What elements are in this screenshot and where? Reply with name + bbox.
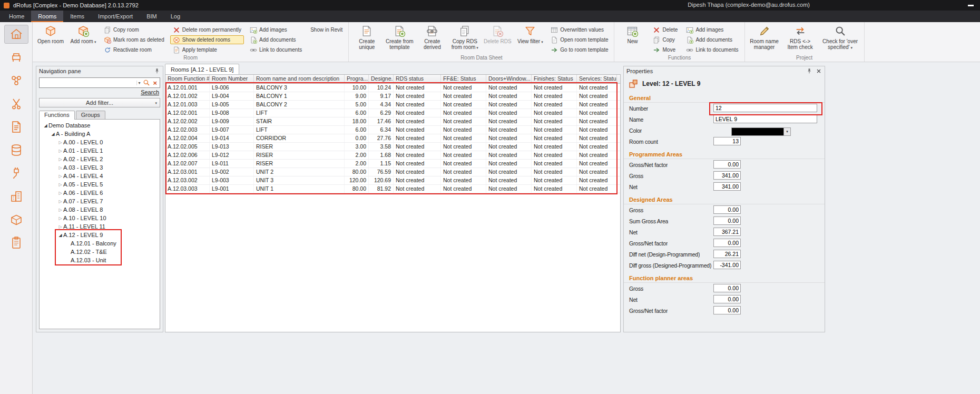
search-history-caret[interactable]: ▾ (136, 81, 141, 85)
link-to-documents-button[interactable]: Link to documents (247, 45, 305, 54)
nav-tab-groups[interactable]: Groups (76, 111, 105, 120)
room-row-a-12-03-001[interactable]: A.12.03.001L9-002UNIT 280.0076.59Not cre… (165, 168, 620, 176)
tree-collapsed-icon[interactable]: ▷ (57, 149, 63, 153)
tree-item-a-07-level-7[interactable]: ▷A.07 - LEVEL 7 (40, 197, 160, 205)
tree-collapsed-icon[interactable]: ▷ (57, 199, 63, 204)
room-name-manager-button[interactable]: Room name manager (748, 24, 781, 52)
menu-tab-rooms[interactable]: Rooms (31, 11, 63, 22)
room-row-a-12-01-001[interactable]: A.12.01.001L9-006BALCONY 310.0010.24Not … (165, 84, 620, 92)
module-logistics-button[interactable] (4, 164, 28, 183)
rds-item-check-button[interactable]: RDS <-> Item check (784, 24, 817, 52)
tree-item-a-03-level-3[interactable]: ▷A.03 - LEVEL 3 (40, 163, 160, 172)
tree-item-a-12-02-t-e[interactable]: A.12.02 - T&E (40, 248, 160, 256)
functions-add-images-button[interactable]: Add images (683, 25, 741, 34)
module-rooms-button[interactable] (4, 25, 28, 44)
diff-gross-designed-programmed-field[interactable] (713, 261, 741, 269)
copy-rds-from-room-button[interactable]: Copy RDS from room▾ (450, 24, 479, 52)
go-to-room-template-button[interactable]: Go to room template (548, 45, 611, 54)
room-row-a-12-01-002[interactable]: A.12.01.002L9-004BALCONY 19.009.17Not cr… (165, 92, 620, 101)
column-header-finishes-status[interactable]: Finishes: Status (532, 75, 577, 83)
tree-collapsed-icon[interactable]: ▷ (57, 224, 63, 229)
open-room-template-button[interactable]: Open room template (548, 35, 611, 44)
add-room-button[interactable]: Add room▾ (68, 24, 98, 46)
room-row-a-12-02-005[interactable]: A.12.02.005L9-013RISER3.003.58Not create… (165, 143, 620, 151)
apply-template-button[interactable]: Apply template (170, 45, 244, 54)
module-data-button[interactable] (4, 141, 28, 160)
create-from-template-button[interactable]: Create from template (385, 24, 414, 52)
pin-icon[interactable] (154, 68, 160, 74)
view-filter-button[interactable]: View filter▾ (515, 24, 545, 46)
gross-net-factor-field[interactable] (713, 306, 741, 314)
open-room-button[interactable]: Open room (36, 24, 65, 46)
room-row-a-12-02-006[interactable]: A.12.02.006L9-012RISER2.001.68Not create… (165, 151, 620, 160)
module-packages-button[interactable] (4, 210, 28, 229)
room-row-a-12-03-003[interactable]: A.12.03.003L9-001UNIT 180.0081.92Not cre… (165, 185, 620, 193)
tree-item-a-01-level-1[interactable]: ▷A.01 - LEVEL 1 (40, 146, 160, 155)
module-buildings-button[interactable] (4, 187, 28, 206)
functions-add-documents-button[interactable]: Add documents (683, 35, 741, 44)
tree-item-a-12-03-unit[interactable]: A.12.03 - Unit (40, 256, 160, 264)
menu-tab-items[interactable]: Items (63, 11, 91, 22)
tree-collapsed-icon[interactable]: ▷ (57, 165, 63, 170)
tree-item-a-05-level-5[interactable]: ▷A.05 - LEVEL 5 (40, 180, 160, 189)
tree-item-a-12-level-9[interactable]: ◢A.12 - LEVEL 9 (40, 231, 160, 239)
module-documents-button[interactable] (4, 117, 28, 136)
tree-item-a-00-level-0[interactable]: ▷A.00 - LEVEL 0 (40, 138, 160, 146)
create-derived-button[interactable]: Create derived (417, 24, 447, 52)
close-icon[interactable] (816, 68, 822, 74)
tree-collapsed-icon[interactable]: ▷ (57, 174, 63, 179)
tree-item-a-12-01-balcony[interactable]: A.12.01 - Balcony (40, 239, 160, 248)
column-header-doors-window[interactable]: Doors+Window... (486, 75, 532, 83)
tree-item-a-02-level-2[interactable]: ▷A.02 - LEVEL 2 (40, 155, 160, 163)
room-row-a-12-02-004[interactable]: A.12.02.004L9-014CORRIDOR0.0027.76Not cr… (165, 134, 620, 143)
gross-field[interactable] (713, 171, 741, 180)
room-row-a-12-02-007[interactable]: A.12.02.007L9-011RISER2.001.15Not create… (165, 160, 620, 168)
sum-gross-area-field[interactable] (713, 216, 741, 225)
tree-expanded-icon[interactable]: ◢ (57, 233, 63, 238)
tree-expanded-icon[interactable]: ◢ (50, 132, 56, 136)
room-row-a-12-02-003[interactable]: A.12.02.003L9-007LIFT6.006.34Not created… (165, 126, 620, 134)
pin-icon[interactable] (806, 68, 812, 74)
copy-room-button[interactable]: Copy room (101, 25, 167, 34)
module-items-button[interactable] (4, 48, 28, 67)
tree-collapsed-icon[interactable]: ▷ (57, 191, 63, 195)
number-field[interactable] (713, 104, 817, 112)
gross-net-factor-field[interactable] (713, 239, 741, 247)
net-field[interactable] (713, 295, 741, 303)
tree-collapsed-icon[interactable]: ▷ (57, 157, 63, 162)
room-row-a-12-02-001[interactable]: A.12.02.001L9-008LIFT6.006.29Not created… (165, 109, 620, 117)
tree-collapsed-icon[interactable]: ▷ (57, 182, 63, 187)
search-link[interactable]: Search (141, 89, 159, 95)
tree-item-a-06-level-6[interactable]: ▷A.06 - LEVEL 6 (40, 189, 160, 197)
menu-tab-home[interactable]: Home (2, 11, 31, 22)
name-field[interactable] (713, 115, 817, 123)
menu-tab-log[interactable]: Log (164, 11, 187, 22)
show-deleted-rooms-toggle[interactable]: Show deleted rooms (170, 35, 244, 44)
net-field[interactable] (713, 228, 741, 236)
gross-net-factor-field[interactable] (713, 160, 741, 169)
tree-item-demo-database[interactable]: ◢Demo Database (40, 121, 160, 130)
functions-link-to-documents-button[interactable]: Link to documents (683, 45, 741, 54)
check-over-specified-button[interactable]: Check for 'over specified'▾ (820, 24, 861, 52)
chevron-down-icon[interactable]: ▾ (783, 128, 790, 135)
column-header-progra[interactable]: Progra... (345, 75, 369, 83)
column-header-rds-status[interactable]: RDS status (394, 75, 441, 83)
tree-item-a-04-level-4[interactable]: ▷A.04 - LEVEL 4 (40, 172, 160, 180)
new-function-button[interactable]: New (618, 24, 647, 46)
nav-tab-functions[interactable]: Functions (39, 111, 75, 120)
add-images-button[interactable]: Add images (247, 25, 305, 34)
delete-function-button[interactable]: Delete (650, 25, 680, 34)
column-header-ff-e-status[interactable]: FF&E: Status (441, 75, 486, 83)
clear-search-icon[interactable]: × (152, 80, 158, 86)
menu-tab-import-export[interactable]: Import/Export (91, 11, 140, 22)
tree-item-a-08-level-8[interactable]: ▷A.08 - LEVEL 8 (40, 205, 160, 214)
show-in-revit-button[interactable]: Show in Revit (308, 25, 345, 34)
room-row-a-12-01-003[interactable]: A.12.01.003L9-005BALCONY 25.004.34Not cr… (165, 101, 620, 109)
tree-item-a-11-level-11[interactable]: ▷A.11 - LEVEL 11 (40, 222, 160, 231)
gross-field[interactable] (713, 205, 741, 214)
rooms-document-tab[interactable]: Rooms [A.12 - LEVEL 9] (165, 64, 239, 74)
add-filter-button[interactable]: Add filter... ▾ (39, 98, 160, 107)
column-header-designe[interactable]: Designe... (369, 75, 394, 83)
module-systems-button[interactable] (4, 71, 28, 90)
delete-room-permanently-button[interactable]: Delete room permanently (170, 25, 244, 34)
